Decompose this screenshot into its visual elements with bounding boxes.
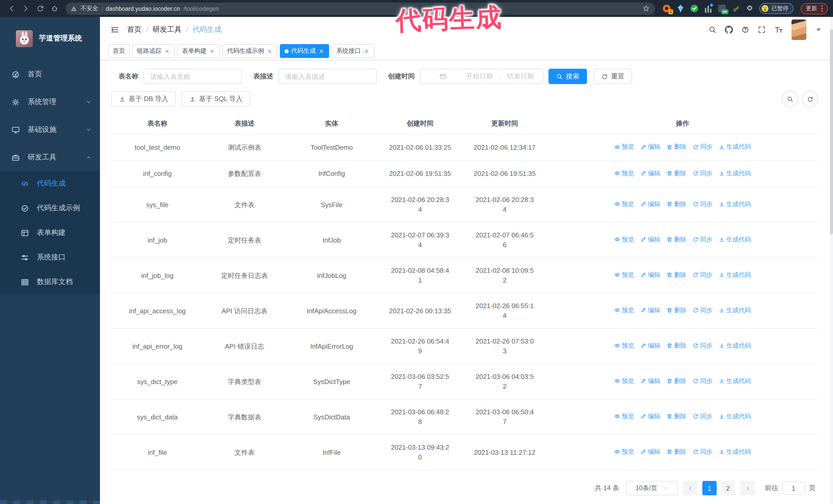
action-预览[interactable]: 预览 bbox=[614, 412, 634, 422]
action-同步[interactable]: 同步 bbox=[693, 376, 713, 386]
import-db-button[interactable]: 基于 DB 导入 bbox=[111, 91, 176, 106]
action-预览[interactable]: 预览 bbox=[614, 199, 634, 209]
app-logo-row[interactable]: 芋道管理系统 bbox=[0, 17, 100, 49]
action-生成代码[interactable]: 生成代码 bbox=[719, 235, 751, 245]
action-删除[interactable]: 删除 bbox=[666, 199, 686, 209]
action-删除[interactable]: 删除 bbox=[666, 306, 686, 315]
import-sql-button[interactable]: 基于 SQL 导入 bbox=[182, 91, 251, 106]
sidebar-item-研发工具[interactable]: 研发工具 bbox=[0, 144, 100, 171]
search-button[interactable]: 搜索 bbox=[548, 69, 587, 84]
extension-charles-icon[interactable]: on bbox=[718, 4, 727, 13]
github-icon[interactable] bbox=[725, 26, 733, 34]
action-删除[interactable]: 删除 bbox=[666, 142, 686, 152]
action-同步[interactable]: 同步 bbox=[693, 168, 713, 178]
breadcrumb-item[interactable]: 首页 bbox=[127, 25, 142, 34]
help-icon[interactable] bbox=[741, 26, 749, 34]
tab-系统接口[interactable]: 系统接口 bbox=[332, 44, 374, 58]
prev-page-button[interactable] bbox=[683, 481, 697, 495]
browser-update-menu-button[interactable]: 更新 bbox=[801, 3, 828, 14]
date-range-picker[interactable]: 开始日期 - 结束日期 bbox=[420, 69, 543, 84]
browser-home-button[interactable] bbox=[48, 2, 61, 15]
action-删除[interactable]: 删除 bbox=[666, 447, 686, 457]
action-编辑[interactable]: 编辑 bbox=[640, 235, 660, 245]
toggle-search-button[interactable] bbox=[782, 91, 798, 107]
table-desc-input[interactable] bbox=[278, 69, 377, 84]
extension-shield-check-icon[interactable] bbox=[690, 4, 699, 13]
tab-表单构建[interactable]: 表单构建 bbox=[177, 44, 220, 58]
recorder-paused-badge[interactable]: 已暂停 bbox=[759, 3, 793, 14]
sidebar-item-代码生成[interactable]: 代码生成 bbox=[0, 171, 100, 196]
action-预览[interactable]: 预览 bbox=[614, 142, 634, 152]
fullscreen-icon[interactable] bbox=[758, 26, 766, 34]
action-同步[interactable]: 同步 bbox=[693, 199, 713, 209]
address-bar[interactable]: 不安全 dashboard.yudao.iocoder.cn /tool/cod… bbox=[66, 2, 655, 15]
next-page-button[interactable] bbox=[740, 481, 755, 495]
tab-代码生成[interactable]: 代码生成 bbox=[280, 44, 329, 58]
sidebar-item-系统接口[interactable]: 系统接口 bbox=[0, 245, 100, 270]
table-name-input[interactable] bbox=[144, 69, 242, 84]
action-预览[interactable]: 预览 bbox=[614, 168, 634, 178]
action-生成代码[interactable]: 生成代码 bbox=[719, 376, 751, 386]
sidebar-item-首页[interactable]: 首页 bbox=[0, 61, 100, 88]
action-删除[interactable]: 删除 bbox=[666, 412, 686, 422]
close-icon[interactable] bbox=[266, 48, 273, 54]
tab-链路追踪[interactable]: 链路追踪 bbox=[132, 44, 175, 58]
action-同步[interactable]: 同步 bbox=[693, 142, 713, 152]
extensions-puzzle-icon[interactable] bbox=[745, 4, 754, 13]
close-icon[interactable] bbox=[209, 48, 215, 54]
window-scrollbar[interactable] bbox=[830, 17, 833, 504]
extension-gem-icon[interactable] bbox=[676, 4, 685, 13]
close-icon[interactable] bbox=[363, 48, 370, 54]
action-生成代码[interactable]: 生成代码 bbox=[719, 412, 751, 422]
action-编辑[interactable]: 编辑 bbox=[640, 412, 660, 422]
sidebar-item-基础设施[interactable]: 基础设施 bbox=[0, 116, 100, 144]
extension-honey-icon[interactable]: 1 bbox=[662, 4, 671, 13]
action-删除[interactable]: 删除 bbox=[666, 376, 686, 386]
action-同步[interactable]: 同步 bbox=[693, 270, 713, 280]
tab-代码生成示例[interactable]: 代码生成示例 bbox=[222, 44, 277, 58]
action-编辑[interactable]: 编辑 bbox=[640, 142, 660, 152]
action-生成代码[interactable]: 生成代码 bbox=[719, 168, 751, 178]
action-同步[interactable]: 同步 bbox=[693, 235, 713, 245]
sidebar-item-代码生成示例[interactable]: 代码生成示例 bbox=[0, 196, 100, 220]
sidebar-item-数据库文档[interactable]: 数据库文档 bbox=[0, 270, 100, 294]
action-编辑[interactable]: 编辑 bbox=[640, 376, 660, 386]
action-同步[interactable]: 同步 bbox=[693, 447, 713, 457]
action-生成代码[interactable]: 生成代码 bbox=[719, 306, 751, 315]
breadcrumb-item[interactable]: 研发工具 bbox=[153, 25, 182, 34]
browser-forward-button[interactable] bbox=[20, 2, 32, 15]
hamburger-icon[interactable] bbox=[110, 25, 119, 34]
scrollbar-thumb[interactable] bbox=[830, 29, 833, 234]
header-search-icon[interactable] bbox=[709, 26, 717, 34]
action-预览[interactable]: 预览 bbox=[614, 376, 634, 386]
sidebar-item-系统管理[interactable]: 系统管理 bbox=[0, 88, 100, 116]
action-编辑[interactable]: 编辑 bbox=[640, 270, 660, 280]
action-预览[interactable]: 预览 bbox=[614, 235, 634, 245]
bookmark-star-icon[interactable] bbox=[642, 5, 650, 12]
browser-back-button[interactable] bbox=[5, 2, 18, 15]
goto-page-input[interactable] bbox=[782, 481, 805, 495]
user-avatar[interactable] bbox=[791, 20, 806, 40]
action-同步[interactable]: 同步 bbox=[693, 341, 713, 351]
action-删除[interactable]: 删除 bbox=[666, 235, 686, 245]
action-删除[interactable]: 删除 bbox=[666, 168, 686, 178]
chevron-down-icon[interactable] bbox=[814, 26, 823, 34]
action-删除[interactable]: 删除 bbox=[666, 341, 686, 351]
browser-reload-button[interactable] bbox=[34, 2, 46, 15]
action-同步[interactable]: 同步 bbox=[693, 412, 713, 422]
extension-key-icon[interactable] bbox=[732, 4, 740, 13]
sidebar-item-表单构建[interactable]: 表单构建 bbox=[0, 220, 100, 245]
tab-首页[interactable]: 首页 bbox=[108, 44, 130, 58]
action-生成代码[interactable]: 生成代码 bbox=[719, 447, 751, 457]
action-同步[interactable]: 同步 bbox=[693, 306, 713, 315]
page-button-2[interactable]: 2 bbox=[721, 481, 735, 495]
page-button-1[interactable]: 1 bbox=[702, 481, 717, 495]
action-预览[interactable]: 预览 bbox=[614, 270, 634, 280]
refresh-table-button[interactable] bbox=[802, 91, 818, 107]
action-编辑[interactable]: 编辑 bbox=[640, 199, 660, 209]
close-icon[interactable] bbox=[164, 48, 170, 54]
action-预览[interactable]: 预览 bbox=[614, 447, 634, 457]
action-编辑[interactable]: 编辑 bbox=[640, 341, 660, 351]
close-icon[interactable] bbox=[318, 48, 325, 54]
action-生成代码[interactable]: 生成代码 bbox=[719, 199, 751, 209]
